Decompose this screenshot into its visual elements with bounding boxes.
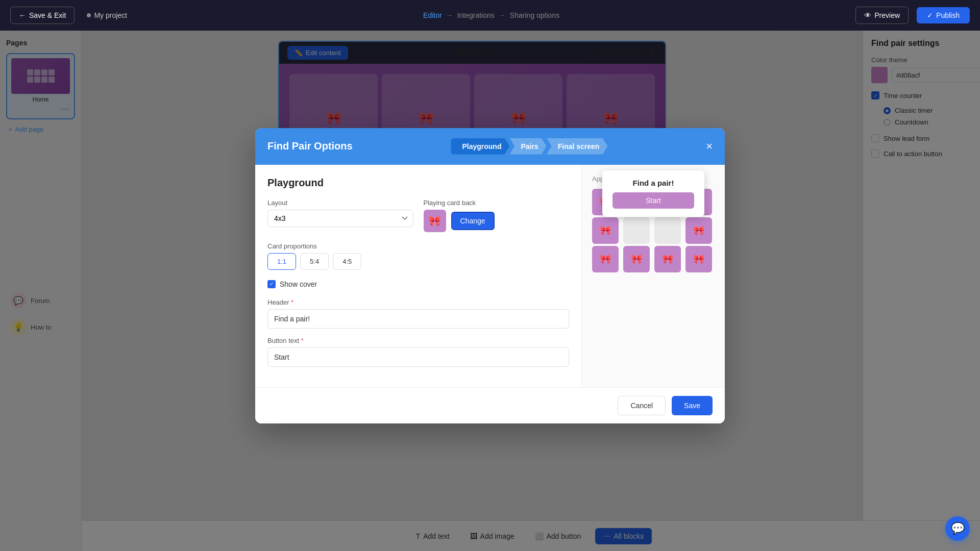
modal-step-pairs[interactable]: Pairs [509, 138, 546, 155]
preview-cell-10: 🎀 [623, 246, 650, 272]
modal-step-playground[interactable]: Playground [451, 138, 509, 155]
show-cover-label: Show cover [280, 280, 317, 288]
messenger-icon: 💬 [951, 522, 965, 535]
show-cover-checkbox[interactable] [267, 280, 276, 288]
nav-sep-1: → [446, 11, 453, 19]
check-icon: ✓ [927, 11, 933, 19]
preview-overlay: Find a pair! Start [602, 170, 704, 217]
project-name: My project [87, 11, 127, 19]
layout-group: Layout 4x3 [267, 199, 413, 227]
button-text-field: Button text * [267, 337, 569, 367]
modal-steps: Playground Pairs Final screen [451, 138, 607, 155]
cancel-button[interactable]: Cancel [618, 396, 666, 415]
button-text-input[interactable] [267, 347, 569, 367]
modal-right-panel: Approximate preview 🎀 🎀 🎀 🎀 🎀 🎀 🎀 🎀 🎀 [582, 165, 725, 387]
proportion-1-1[interactable]: 1:1 [267, 253, 296, 270]
modal-footer: Cancel Save [255, 387, 725, 423]
proportion-5-4[interactable]: 5:4 [300, 253, 329, 270]
header-label: Header * [267, 298, 569, 306]
modal-step-final-screen[interactable]: Final screen [547, 138, 608, 155]
modal-section-title: Playground [267, 177, 569, 189]
modal-close-button[interactable]: × [706, 141, 713, 152]
change-button[interactable]: Change [451, 212, 495, 230]
modal-body: Playground Layout 4x3 Playing card back … [255, 165, 725, 387]
preview-start-button[interactable]: Start [612, 192, 694, 209]
top-navigation: ← Save & Exit My project Editor → Integr… [0, 0, 980, 31]
find-pair-modal: Find Pair Options Playground Pairs Final… [255, 128, 725, 423]
button-text-label: Button text * [267, 337, 569, 344]
preview-button[interactable]: 👁 Preview [855, 7, 909, 24]
modal-left-panel: Playground Layout 4x3 Playing card back … [255, 165, 582, 387]
arrow-left-icon: ← [19, 11, 26, 19]
preview-overlay-title: Find a pair! [612, 179, 694, 187]
preview-cell-6 [623, 217, 650, 244]
layout-field-row: Layout 4x3 Playing card back 🎀 Change [267, 199, 569, 232]
nav-step-editor[interactable]: Editor [423, 11, 442, 19]
nav-sep-2: → [499, 11, 506, 19]
dot-icon [87, 13, 91, 17]
header-field: Header * [267, 298, 569, 329]
card-back-preview: 🎀 [424, 210, 446, 232]
preview-cell-7 [654, 217, 681, 244]
proportion-4-5[interactable]: 4:5 [333, 253, 361, 270]
card-back-group: Playing card back 🎀 Change [424, 199, 570, 232]
card-back-row: 🎀 Change [424, 210, 570, 232]
card-back-label: Playing card back [424, 199, 570, 207]
preview-cell-12: 🎀 [685, 246, 712, 272]
nav-step-integrations[interactable]: Integrations [457, 11, 495, 19]
header-input[interactable] [267, 309, 569, 329]
messenger-bubble[interactable]: 💬 [945, 516, 970, 541]
preview-container: 🎀 🎀 🎀 🎀 🎀 🎀 🎀 🎀 🎀 🎀 [592, 189, 715, 217]
button-text-required-star: * [301, 337, 304, 344]
eye-icon: 👁 [864, 11, 871, 19]
modal-overlay[interactable]: Find Pair Options Playground Pairs Final… [0, 0, 980, 551]
layout-label: Layout [267, 199, 413, 207]
preview-cell-11: 🎀 [654, 246, 681, 272]
preview-cell-9: 🎀 [592, 246, 619, 272]
nav-step-sharing[interactable]: Sharing options [510, 11, 559, 19]
modal-header: Find Pair Options Playground Pairs Final… [255, 128, 725, 165]
layout-select[interactable]: 4x3 [267, 210, 413, 227]
proportions-row: 1:1 5:4 4:5 [267, 253, 569, 270]
preview-cell-8: 🎀 [685, 217, 712, 244]
preview-cell-5: 🎀 [592, 217, 619, 244]
save-button[interactable]: Save [672, 396, 713, 415]
save-exit-label: Save & Exit [29, 11, 66, 19]
show-cover-row: Show cover [267, 280, 569, 288]
nav-steps: Editor → Integrations → Sharing options [423, 11, 559, 19]
card-proportions-label: Card proportions [267, 242, 569, 250]
modal-title: Find Pair Options [267, 140, 353, 152]
publish-button[interactable]: ✓ Publish [917, 7, 970, 23]
save-exit-button[interactable]: ← Save & Exit [10, 7, 75, 24]
header-required-star: * [291, 298, 293, 306]
